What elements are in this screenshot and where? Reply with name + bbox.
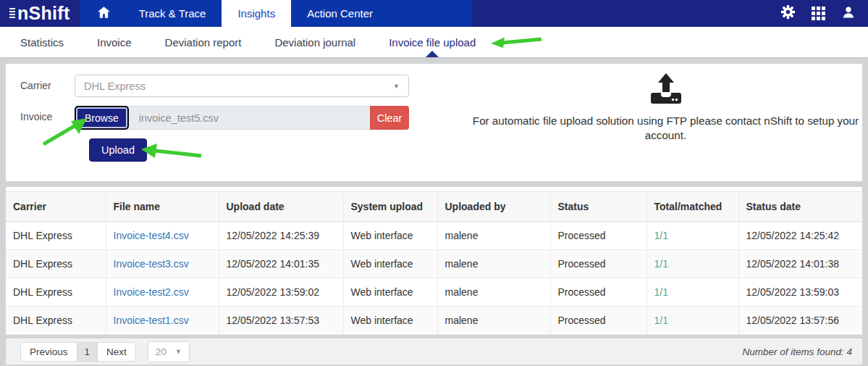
navbar-right-icons [774, 0, 868, 27]
pagination-bar: Previous 1 Next 20 ▼ Number of items fou… [6, 338, 862, 365]
status-date-cell: 12/05/2022 13:57:56 [738, 307, 862, 335]
uploaded-by-cell: malene [437, 250, 550, 278]
carrier-label: Carrier [6, 75, 75, 91]
carrier-cell: DHL Express [6, 250, 106, 278]
pager: Previous 1 Next [20, 342, 136, 362]
table-row: DHL ExpressInvoice-test3.csv12/05/2022 1… [6, 250, 862, 278]
navbar-menu: Track & TraceInsightsAction Center [80, 0, 472, 27]
ftp-info: For automatic file upload solution using… [469, 64, 862, 181]
column-header-uploaded-by: Uploaded by [437, 192, 550, 222]
nshift-logo[interactable]: nShift [0, 0, 80, 27]
previous-page-button[interactable]: Previous [20, 342, 77, 362]
file-input-control: Browse invoice_test5.csv Clear [75, 106, 409, 130]
status-date-cell: 12/05/2022 13:59:03 [738, 278, 862, 307]
tab-invoice-file-upload[interactable]: Invoice file upload [372, 27, 492, 57]
file-name-cell[interactable]: Invoice-test2.csv [106, 278, 219, 307]
carrier-cell: DHL Express [6, 307, 106, 335]
home-icon [98, 7, 110, 20]
column-header-system-upload: System upload [343, 192, 437, 222]
upload-form-panel: Carrier DHL Express ▼ Invoice Browse inv… [6, 64, 862, 181]
chevron-down-icon: ▼ [393, 83, 400, 90]
upload-form: Carrier DHL Express ▼ Invoice Browse inv… [6, 64, 469, 181]
invoice-label: Invoice [6, 106, 75, 122]
settings-button[interactable] [774, 0, 801, 27]
nav-item-home[interactable] [85, 0, 123, 27]
table-row: DHL ExpressInvoice-test4.csv12/05/2022 1… [6, 222, 862, 250]
uploads-table-panel: CarrierFile nameUpload dateSystem upload… [6, 187, 862, 335]
total-matched-cell: 1/1 [646, 250, 738, 278]
invoice-table-body: DHL ExpressInvoice-test4.csv12/05/2022 1… [6, 222, 862, 335]
upload-date-cell: 12/05/2022 14:01:35 [219, 250, 343, 278]
apps-button[interactable] [804, 0, 832, 27]
system-upload-cell: Web interface [343, 222, 437, 250]
user-button[interactable] [835, 0, 862, 27]
status-date-cell: 12/05/2022 14:01:38 [738, 250, 862, 278]
status-cell: Processed [550, 250, 646, 278]
current-page-button[interactable]: 1 [77, 342, 98, 362]
page-size-select[interactable]: 20 ▼ [148, 341, 190, 362]
carrier-cell: DHL Express [6, 278, 106, 307]
apps-grid-icon [812, 7, 825, 20]
user-profile-icon [841, 5, 856, 22]
column-header-upload-date: Upload date [219, 192, 343, 222]
total-matched-cell: 1/1 [646, 307, 738, 335]
next-page-button[interactable]: Next [97, 342, 136, 362]
uploaded-by-cell: malene [437, 222, 550, 250]
system-upload-cell: Web interface [343, 278, 437, 307]
status-cell: Processed [550, 307, 646, 335]
nav-item-insights[interactable]: Insights [222, 0, 291, 27]
ftp-note-text: For automatic file upload solution using… [469, 114, 862, 143]
page-size-value: 20 [156, 346, 167, 357]
file-name-cell[interactable]: Invoice-test4.csv [106, 222, 219, 250]
uploads-table: CarrierFile nameUpload dateSystem upload… [6, 191, 862, 335]
file-name-cell[interactable]: Invoice-test3.csv [106, 250, 219, 278]
carrier-selected-value: DHL Express [84, 80, 146, 92]
upload-date-cell: 12/05/2022 14:25:39 [219, 222, 343, 250]
tab-statistics[interactable]: Statistics [4, 27, 80, 57]
main-content: Carrier DHL Express ▼ Invoice Browse inv… [6, 64, 862, 365]
logo-text: nShift [17, 3, 70, 24]
status-cell: Processed [550, 222, 646, 250]
table-row: DHL ExpressInvoice-test2.csv12/05/2022 1… [6, 278, 862, 307]
upload-date-cell: 12/05/2022 13:59:02 [219, 278, 343, 307]
nav-item-action-center[interactable]: Action Center [291, 0, 389, 27]
browse-button[interactable]: Browse [75, 106, 129, 130]
clear-button[interactable]: Clear [370, 106, 409, 130]
subtab-annotation-arrow [489, 36, 544, 49]
column-header-status-date: Status date [738, 192, 862, 222]
items-found-text: Number of items found: 4 [742, 346, 852, 357]
carrier-cell: DHL Express [6, 222, 106, 250]
uploaded-by-cell: malene [437, 278, 550, 307]
column-header-status: Status [550, 192, 646, 222]
column-header-total-matched: Total/matched [646, 192, 738, 222]
nav-item-track-trace[interactable]: Track & Trace [123, 0, 222, 27]
upload-date-cell: 12/05/2022 13:57:53 [219, 307, 343, 335]
chevron-down-icon: ▼ [175, 348, 182, 355]
table-row: DHL ExpressInvoice-test1.csv12/05/2022 1… [6, 307, 862, 335]
uploaded-by-cell: malene [437, 307, 550, 335]
table-header-row: CarrierFile nameUpload dateSystem upload… [6, 192, 862, 222]
system-upload-cell: Web interface [343, 307, 437, 335]
settings-gear-icon [780, 4, 796, 22]
tab-deviation-report[interactable]: Deviation report [148, 27, 258, 57]
carrier-select[interactable]: DHL Express ▼ [75, 75, 409, 97]
upload-icon [649, 72, 683, 107]
system-upload-cell: Web interface [343, 250, 437, 278]
tab-invoice[interactable]: Invoice [80, 27, 148, 57]
subtabs: StatisticsInvoiceDeviation reportDeviati… [0, 27, 868, 58]
column-header-carrier: Carrier [6, 192, 106, 222]
selected-file-name: invoice_test5.csv [129, 107, 370, 129]
status-cell: Processed [550, 278, 646, 307]
status-date-cell: 12/05/2022 14:25:42 [738, 222, 862, 250]
total-matched-cell: 1/1 [646, 222, 738, 250]
tab-deviation-journal[interactable]: Deviation journal [258, 27, 372, 57]
top-navbar: nShift Track & TraceInsightsAction Cente… [0, 0, 868, 27]
column-header-file-name: File name [106, 192, 219, 222]
total-matched-cell: 1/1 [646, 278, 738, 307]
logo-speed-lines-icon [9, 8, 15, 19]
file-name-cell[interactable]: Invoice-test1.csv [106, 307, 219, 335]
upload-button[interactable]: Upload [89, 138, 147, 162]
